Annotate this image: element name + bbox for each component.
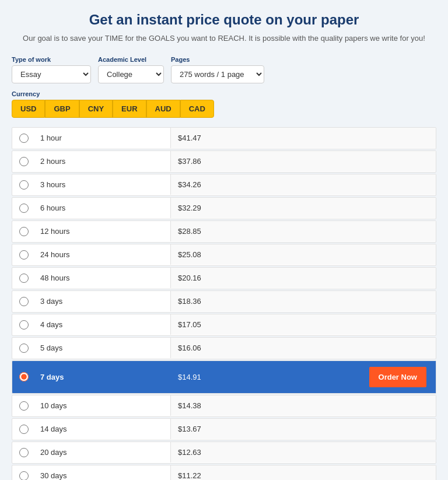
deadline-label: 5 days: [36, 338, 170, 358]
deadline-label: 2 hours: [36, 151, 170, 171]
price-value: $20.16: [170, 268, 436, 288]
type-of-work-label: Type of work: [12, 56, 91, 63]
deadline-radio[interactable]: [19, 344, 29, 353]
currency-cad-button[interactable]: CAD: [180, 100, 214, 118]
type-of-work-group: Type of work Essay Research Paper Term P…: [12, 56, 91, 83]
pricing-row[interactable]: 10 days$14.38: [12, 395, 436, 417]
deadline-label: 3 hours: [36, 174, 170, 195]
deadline-label: 3 days: [36, 291, 170, 311]
pricing-row[interactable]: 4 days$17.05: [12, 314, 436, 336]
deadline-radio[interactable]: [19, 250, 29, 260]
academic-level-group: Academic Level High School College Unive…: [98, 56, 164, 83]
price-value: $18.36: [170, 291, 436, 311]
price-value: $25.08: [170, 244, 436, 265]
deadline-label: 1 hour: [36, 128, 170, 148]
pricing-row[interactable]: 14 days$13.67: [12, 418, 436, 440]
price-value: $13.67: [170, 419, 436, 439]
price-value: $41.47: [170, 128, 436, 148]
pricing-row[interactable]: 1 hour$41.47: [12, 127, 436, 149]
deadline-radio[interactable]: [19, 180, 29, 190]
pricing-row[interactable]: 5 days$16.06: [12, 337, 436, 359]
currency-eur-button[interactable]: EUR: [113, 100, 146, 118]
currency-aud-button[interactable]: AUD: [146, 100, 180, 118]
price-value: $37.86: [170, 151, 436, 171]
pricing-row[interactable]: 48 hours$20.16: [12, 267, 436, 289]
pages-group: Pages 275 words / 1 page 550 words / 2 p…: [171, 56, 264, 83]
controls-bar: Type of work Essay Research Paper Term P…: [12, 56, 436, 118]
deadline-label: 7 days: [36, 367, 170, 387]
radio-cell: [12, 338, 36, 359]
pricing-row[interactable]: 3 hours$34.26: [12, 174, 436, 196]
currency-buttons: USD GBP CNY EUR AUD CAD: [12, 100, 214, 118]
deadline-radio[interactable]: [19, 448, 29, 457]
pricing-row[interactable]: 7 days$14.91Order Now: [12, 360, 436, 394]
radio-cell: [12, 465, 36, 481]
radio-cell: [12, 442, 36, 463]
academic-level-label: Academic Level: [98, 56, 164, 63]
price-value: $12.63: [170, 442, 436, 463]
radio-cell: [12, 366, 36, 387]
deadline-label: 12 hours: [36, 221, 170, 241]
radio-cell: [12, 151, 36, 172]
currency-cny-button[interactable]: CNY: [79, 100, 113, 118]
deadline-radio[interactable]: [19, 471, 29, 481]
price-value: $14.91Order Now: [170, 361, 436, 393]
currency-gbp-button[interactable]: GBP: [45, 100, 79, 118]
deadline-label: 20 days: [36, 442, 170, 463]
pricing-row[interactable]: 12 hours$28.85: [12, 220, 436, 243]
pricing-row[interactable]: 6 hours$32.29: [12, 197, 436, 219]
deadline-radio[interactable]: [19, 425, 29, 434]
deadline-radio[interactable]: [19, 297, 29, 306]
main-container: Get an instant price quote on your paper…: [12, 12, 436, 480]
pricing-row[interactable]: 2 hours$37.86: [12, 150, 436, 173]
deadline-label: 24 hours: [36, 244, 170, 265]
order-now-button[interactable]: Order Now: [369, 367, 426, 387]
page-title: Get an instant price quote on your paper: [12, 12, 436, 28]
radio-cell: [12, 244, 36, 265]
radio-cell: [12, 174, 36, 195]
deadline-radio[interactable]: [19, 320, 29, 330]
page-header: Get an instant price quote on your paper…: [12, 12, 436, 44]
pricing-table: 1 hour$41.472 hours$37.863 hours$34.266 …: [12, 127, 436, 481]
currency-group: Currency USD GBP CNY EUR AUD CAD: [12, 90, 214, 118]
deadline-radio[interactable]: [19, 204, 29, 213]
deadline-label: 30 days: [36, 465, 170, 480]
deadline-label: 4 days: [36, 314, 170, 335]
price-value: $34.26: [170, 174, 436, 195]
radio-cell: [12, 221, 36, 242]
academic-level-select[interactable]: High School College University Master's …: [98, 65, 164, 83]
radio-cell: [12, 314, 36, 335]
deadline-radio[interactable]: [19, 134, 29, 143]
radio-cell: [12, 128, 36, 149]
deadline-radio[interactable]: [19, 401, 29, 411]
radio-cell: [12, 291, 36, 312]
pricing-row[interactable]: 24 hours$25.08: [12, 244, 436, 266]
deadline-label: 48 hours: [36, 268, 170, 288]
price-value: $32.29: [170, 198, 436, 218]
deadline-radio[interactable]: [19, 274, 29, 283]
price-value: $11.22: [170, 465, 436, 480]
price-value: $14.38: [170, 395, 436, 416]
deadline-label: 6 hours: [36, 198, 170, 218]
radio-cell: [12, 419, 36, 440]
deadline-label: 14 days: [36, 419, 170, 439]
currency-label: Currency: [12, 90, 214, 97]
radio-cell: [12, 268, 36, 289]
pages-label: Pages: [171, 56, 264, 63]
radio-cell: [12, 198, 36, 219]
pricing-row[interactable]: 3 days$18.36: [12, 290, 436, 313]
currency-usd-button[interactable]: USD: [12, 100, 45, 118]
type-of-work-select[interactable]: Essay Research Paper Term Paper Thesis D…: [12, 65, 91, 83]
price-value: $16.06: [170, 338, 436, 358]
deadline-radio[interactable]: [19, 227, 29, 236]
deadline-label: 10 days: [36, 395, 170, 416]
deadline-radio[interactable]: [19, 157, 29, 166]
deadline-radio[interactable]: [19, 372, 29, 381]
pages-select[interactable]: 275 words / 1 page 550 words / 2 pages 8…: [171, 65, 264, 83]
price-value: $28.85: [170, 221, 436, 241]
radio-cell: [12, 395, 36, 416]
price-value: $17.05: [170, 314, 436, 335]
pricing-row[interactable]: 30 days$11.22: [12, 465, 436, 481]
pricing-row[interactable]: 20 days$12.63: [12, 442, 436, 464]
page-subtitle: Our goal is to save your TIME for the GO…: [12, 33, 436, 44]
